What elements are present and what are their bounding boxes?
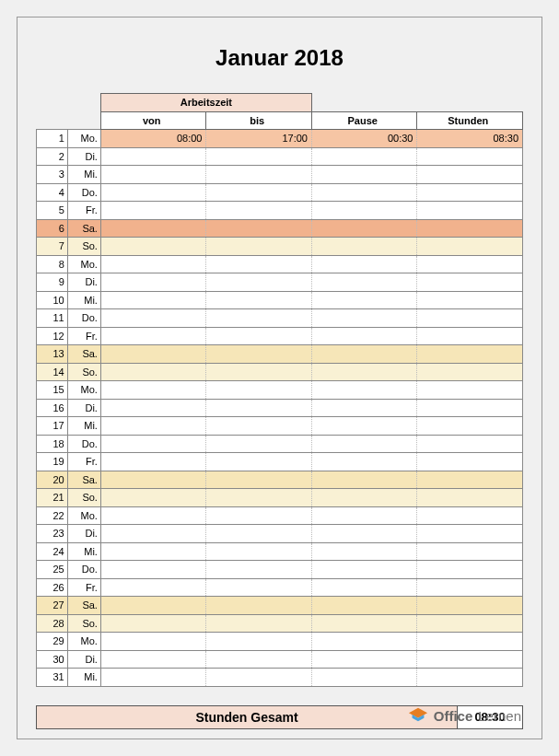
- cell-pause[interactable]: [311, 614, 417, 633]
- cell-bis[interactable]: [206, 453, 312, 471]
- cell-von[interactable]: [100, 345, 206, 364]
- cell-bis[interactable]: [206, 219, 312, 238]
- cell-bis[interactable]: 17:00: [206, 130, 312, 148]
- cell-von[interactable]: [100, 453, 206, 471]
- cell-von[interactable]: [100, 273, 206, 292]
- cell-pause[interactable]: [311, 147, 417, 166]
- cell-bis[interactable]: [206, 363, 312, 381]
- cell-pause[interactable]: [311, 273, 417, 292]
- cell-von[interactable]: [100, 597, 206, 615]
- cell-pause[interactable]: [311, 561, 417, 579]
- cell-pause[interactable]: [311, 399, 417, 417]
- cell-pause[interactable]: [311, 669, 417, 687]
- cell-stunden: [417, 166, 523, 184]
- cell-pause[interactable]: [311, 489, 417, 507]
- cell-von[interactable]: [100, 471, 206, 489]
- cell-von[interactable]: [100, 219, 206, 238]
- cell-pause[interactable]: [311, 202, 417, 220]
- cell-bis[interactable]: [206, 381, 312, 400]
- cell-bis[interactable]: [206, 183, 312, 202]
- cell-pause[interactable]: [311, 166, 417, 184]
- cell-von[interactable]: [100, 417, 206, 436]
- cell-bis[interactable]: [206, 561, 312, 579]
- cell-von[interactable]: 08:00: [100, 130, 206, 148]
- cell-pause[interactable]: [311, 183, 417, 202]
- cell-pause[interactable]: [311, 291, 417, 309]
- cell-bis[interactable]: [206, 147, 312, 166]
- cell-pause[interactable]: [311, 363, 417, 381]
- cell-von[interactable]: [100, 183, 206, 202]
- day-number: 21: [37, 489, 68, 507]
- cell-bis[interactable]: [206, 597, 312, 615]
- cell-bis[interactable]: [206, 650, 312, 669]
- cell-pause[interactable]: [311, 381, 417, 400]
- cell-bis[interactable]: [206, 345, 312, 364]
- cell-von[interactable]: [100, 327, 206, 345]
- cell-von[interactable]: [100, 650, 206, 669]
- cell-pause[interactable]: [311, 650, 417, 669]
- cell-von[interactable]: [100, 489, 206, 507]
- cell-von[interactable]: [100, 238, 206, 256]
- cell-bis[interactable]: [206, 255, 312, 273]
- timesheet-table: Arbeitszeit von bis Pause Stunden 1Mo.08…: [36, 93, 523, 687]
- cell-von[interactable]: [100, 202, 206, 220]
- cell-pause[interactable]: [311, 219, 417, 238]
- cell-pause[interactable]: [311, 255, 417, 273]
- cell-bis[interactable]: [206, 578, 312, 597]
- cell-bis[interactable]: [206, 399, 312, 417]
- cell-von[interactable]: [100, 614, 206, 633]
- cell-pause[interactable]: [311, 597, 417, 615]
- cell-bis[interactable]: [206, 417, 312, 436]
- cell-von[interactable]: [100, 506, 206, 525]
- cell-von[interactable]: [100, 578, 206, 597]
- cell-pause[interactable]: [311, 327, 417, 345]
- cell-bis[interactable]: [206, 273, 312, 292]
- cell-von[interactable]: [100, 166, 206, 184]
- cell-von[interactable]: [100, 255, 206, 273]
- cell-von[interactable]: [100, 542, 206, 561]
- cell-pause[interactable]: [311, 525, 417, 543]
- cell-pause[interactable]: [311, 633, 417, 651]
- cell-von[interactable]: [100, 381, 206, 400]
- cell-von[interactable]: [100, 399, 206, 417]
- cell-von[interactable]: [100, 363, 206, 381]
- cell-bis[interactable]: [206, 309, 312, 328]
- header-bis: bis: [206, 111, 312, 130]
- cell-pause[interactable]: [311, 435, 417, 453]
- cell-bis[interactable]: [206, 327, 312, 345]
- cell-pause[interactable]: [311, 238, 417, 256]
- table-row: 14So.: [37, 363, 523, 381]
- cell-bis[interactable]: [206, 489, 312, 507]
- brand-word-1: Office: [434, 708, 473, 724]
- cell-stunden: [417, 506, 523, 525]
- cell-bis[interactable]: [206, 614, 312, 633]
- cell-pause[interactable]: [311, 542, 417, 561]
- cell-bis[interactable]: [206, 291, 312, 309]
- cell-pause[interactable]: [311, 471, 417, 489]
- cell-bis[interactable]: [206, 669, 312, 687]
- cell-bis[interactable]: [206, 506, 312, 525]
- cell-von[interactable]: [100, 291, 206, 309]
- cell-bis[interactable]: [206, 435, 312, 453]
- cell-von[interactable]: [100, 525, 206, 543]
- cell-pause[interactable]: [311, 345, 417, 364]
- cell-bis[interactable]: [206, 471, 312, 489]
- cell-von[interactable]: [100, 309, 206, 328]
- cell-bis[interactable]: [206, 238, 312, 256]
- cell-von[interactable]: [100, 633, 206, 651]
- cell-bis[interactable]: [206, 202, 312, 220]
- cell-von[interactable]: [100, 435, 206, 453]
- cell-bis[interactable]: [206, 633, 312, 651]
- cell-bis[interactable]: [206, 166, 312, 184]
- cell-von[interactable]: [100, 561, 206, 579]
- cell-pause[interactable]: [311, 506, 417, 525]
- cell-von[interactable]: [100, 147, 206, 166]
- cell-bis[interactable]: [206, 542, 312, 561]
- cell-pause[interactable]: [311, 453, 417, 471]
- cell-pause[interactable]: [311, 578, 417, 597]
- cell-pause[interactable]: [311, 309, 417, 328]
- cell-bis[interactable]: [206, 525, 312, 543]
- cell-von[interactable]: [100, 669, 206, 687]
- cell-pause[interactable]: [311, 417, 417, 436]
- cell-pause[interactable]: 00:30: [311, 130, 417, 148]
